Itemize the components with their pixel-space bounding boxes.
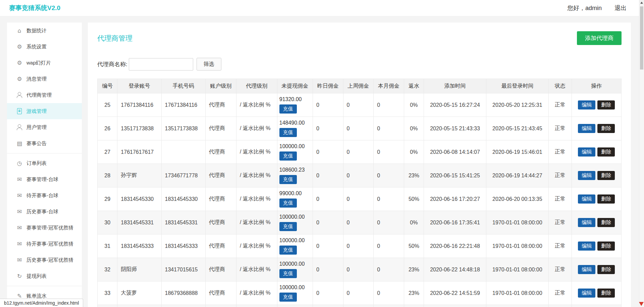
cell-last-login-time: 2020-06-19 14:44:27 xyxy=(486,164,548,187)
cell-this-month-commission: 0 xyxy=(374,211,404,234)
delete-button[interactable]: 删除 xyxy=(597,100,615,109)
edit-button[interactable]: 编辑 xyxy=(578,194,595,204)
sidebar-item-2[interactable]: wap幻灯片 xyxy=(7,55,82,71)
delete-button[interactable]: 删除 xyxy=(597,194,615,204)
cell-agent-level: / 返水比例 % xyxy=(236,93,277,117)
edit-button[interactable]: 编辑 xyxy=(578,171,595,180)
cell-rebate: 23% xyxy=(404,281,424,305)
filter-button[interactable]: 筛选 xyxy=(197,58,221,71)
table-row: 28孙宇辉17346771778代理商/ 返水比例 %108600.23充值00… xyxy=(98,164,622,187)
sidebar-item-3[interactable]: 消息管理 xyxy=(7,71,82,87)
cell-added-time: 2020-06-22 14:48:18 xyxy=(424,258,486,281)
sidebar-item-label: wap幻灯片 xyxy=(26,60,51,66)
cell-id: 28 xyxy=(98,164,117,187)
cell-account: 大菠萝 xyxy=(117,281,161,305)
edit-button[interactable]: 编辑 xyxy=(578,124,595,133)
cell-added-time: 2020-06-22 14:52:47 xyxy=(424,305,486,307)
cell-id: 30 xyxy=(98,211,117,234)
column-header-6: 昨日佣金 xyxy=(313,79,343,93)
delete-button[interactable]: 删除 xyxy=(597,124,615,133)
sidebar-item-12[interactable]: 赛事管理-冠军优胜猜 xyxy=(7,220,82,236)
edit-button[interactable]: 编辑 xyxy=(578,242,595,251)
recharge-button[interactable]: 充值 xyxy=(279,293,297,302)
cell-account: 孙宇辉 xyxy=(117,164,161,187)
sidebar-item-7[interactable]: 赛事公告 xyxy=(7,135,82,151)
table-row: 311831454533318314545333代理商/ 返水比例 %10000… xyxy=(98,234,622,258)
sidebar-item-15[interactable]: 提现列表 xyxy=(7,268,82,284)
cell-account-level: 代理商 xyxy=(205,187,236,211)
add-agent-button[interactable]: 添加代理商 xyxy=(577,31,622,45)
filter-row: 代理商名称: 筛选 xyxy=(97,58,622,71)
sidebar-item-5[interactable]: 游戏管理 xyxy=(7,103,82,119)
sidebar-item-10[interactable]: 待开赛事-台球 xyxy=(7,187,82,204)
commission-amount: 91320.00 xyxy=(279,96,310,102)
cell-last-login-time: 1970-01-01 08:00:00 xyxy=(486,281,548,305)
cell-actions: 编辑删除 xyxy=(572,187,621,211)
sidebar-item-label: 待开赛事-台球 xyxy=(26,192,58,199)
cell-account: 13517173838 xyxy=(117,117,161,140)
cell-agent-level: / 返水比例 % xyxy=(236,305,277,307)
recharge-button[interactable]: 充值 xyxy=(279,222,297,231)
edit-button[interactable]: 编辑 xyxy=(578,218,595,227)
cell-added-time: 2020-06-16 22:21:48 xyxy=(424,234,486,258)
sidebar-item-9[interactable]: 赛事管理-台球 xyxy=(7,171,82,187)
delete-button[interactable]: 删除 xyxy=(597,289,615,298)
sidebar-item-label: 数据统计 xyxy=(26,28,47,34)
delete-button[interactable]: 删除 xyxy=(597,147,615,157)
sidebar-item-14[interactable]: 历史赛事-冠军优胜猜 xyxy=(7,252,82,268)
delete-button[interactable]: 删除 xyxy=(597,242,615,251)
cell-status: 正常 xyxy=(548,281,572,305)
sidebar-item-11[interactable]: 历史赛事-台球 xyxy=(7,204,82,220)
sidebar-item-13[interactable]: 待开赛事-冠军优胜猜 xyxy=(7,236,82,252)
cell-account-level: 代理商 xyxy=(205,258,236,281)
edit-button[interactable]: 编辑 xyxy=(578,100,595,109)
sidebar-item-8[interactable]: 订单列表 xyxy=(7,155,82,171)
cell-actions: 编辑删除 xyxy=(572,164,621,187)
user-icon xyxy=(16,92,23,98)
cell-account: 阴阳师 xyxy=(117,258,161,281)
cell-actions: 编辑删除 xyxy=(572,258,621,281)
edit-button[interactable]: 编辑 xyxy=(578,289,595,298)
cell-yesterday-commission: 0 xyxy=(313,305,343,307)
recharge-button[interactable]: 充值 xyxy=(279,246,297,255)
cell-id: 27 xyxy=(98,140,117,164)
recharge-button[interactable]: 充值 xyxy=(279,104,297,114)
cell-id: 25 xyxy=(98,93,117,117)
cell-agent-level: / 返水比例 % xyxy=(236,164,277,187)
cell-last-week-commission: 0 xyxy=(343,140,374,164)
recharge-button[interactable]: 充值 xyxy=(279,175,297,184)
cell-account-level: 代理商 xyxy=(205,164,236,187)
cell-last-login-time: 2020-06-30 12:27:08 xyxy=(486,305,548,307)
delete-button[interactable]: 删除 xyxy=(597,218,615,227)
scrollbar-thumb[interactable] xyxy=(640,6,643,70)
cell-actions: 编辑删除 xyxy=(572,211,621,234)
refresh-icon xyxy=(16,273,23,279)
edit-button[interactable]: 编辑 xyxy=(578,265,595,274)
delete-button[interactable]: 删除 xyxy=(597,171,615,180)
cell-id: 33 xyxy=(98,281,117,305)
cell-last-login-time: 1970-01-01 08:00:00 xyxy=(486,211,548,234)
page-scrollbar[interactable] xyxy=(639,0,644,307)
cell-status: 正常 xyxy=(548,211,572,234)
cell-added-time: 2020-06-16 17:20:27 xyxy=(424,187,486,211)
logout-link[interactable]: 退出 xyxy=(614,4,627,12)
sidebar-item-0[interactable]: 数据统计 xyxy=(7,23,82,39)
cell-status: 正常 xyxy=(548,140,572,164)
recharge-button[interactable]: 充值 xyxy=(279,151,297,161)
recharge-button[interactable]: 充值 xyxy=(279,199,297,208)
cell-phone xyxy=(161,140,205,164)
cell-rebate: 23% xyxy=(404,258,424,281)
cell-yesterday-commission: 0 xyxy=(313,281,343,305)
sidebar-item-6[interactable]: 用户管理 xyxy=(7,119,82,135)
sidebar-item-1[interactable]: 系统设置 xyxy=(7,39,82,55)
recharge-button[interactable]: 充值 xyxy=(279,269,297,278)
recharge-button[interactable]: 充值 xyxy=(279,128,297,137)
edit-button[interactable]: 编辑 xyxy=(578,147,595,157)
mail-icon xyxy=(16,241,23,247)
mail-icon xyxy=(16,209,23,215)
sidebar-item-4[interactable]: 代理商管理 xyxy=(7,87,82,103)
scroll-up-arrow-icon[interactable] xyxy=(639,0,644,5)
agent-name-input[interactable] xyxy=(129,58,193,71)
cell-added-time: 2020-06-22 14:51:59 xyxy=(424,281,486,305)
delete-button[interactable]: 删除 xyxy=(597,265,615,274)
